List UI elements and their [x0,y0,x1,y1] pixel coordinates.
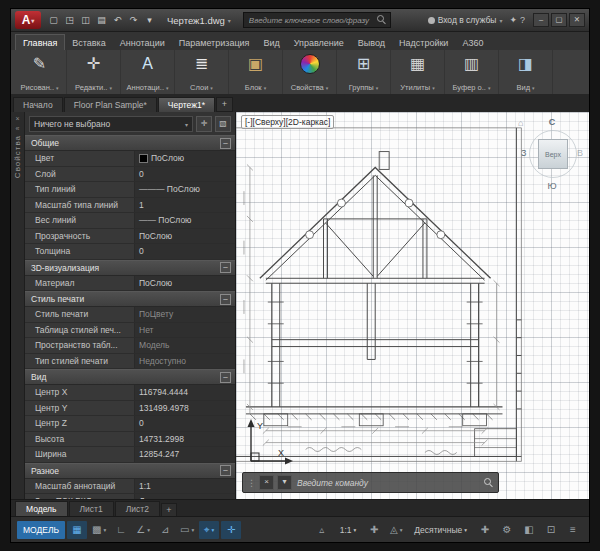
snap-toggle[interactable]: ▩▾ [89,521,109,539]
search-icon[interactable] [377,15,387,25]
qat-open-icon[interactable]: ◳ [62,13,77,28]
property-value[interactable]: 1 [135,198,235,213]
property-row[interactable]: Тип стилей печати Недоступно [25,354,235,370]
property-row[interactable]: Центр Z 0 [25,416,235,432]
property-value[interactable]: Модель [135,338,235,353]
toggle-pickadd-icon[interactable]: ✛ [196,116,212,132]
section-header[interactable]: Стиль печати – [25,291,235,307]
collapse-icon[interactable]: – [220,262,231,273]
command-input[interactable]: Введите команду [295,478,481,488]
qat-more-icon[interactable]: ▾ [142,13,157,28]
panel-clipboard[interactable]: ▥ Буфер о..▾ [445,50,499,94]
ribbon-tab[interactable]: Аннотации [113,35,172,50]
property-row[interactable]: Центр Y 131499.4978 [25,401,235,417]
close-icon[interactable]: × [259,475,274,490]
qat-plot-icon[interactable]: ▤ [94,13,109,28]
compass-south-label[interactable]: Ю [547,181,556,191]
property-row[interactable]: Материал ПоСлою [25,276,235,292]
property-row[interactable]: Масштаб типа линий 1 [25,198,235,214]
panel-layers[interactable]: ≣ Слои▾ [175,50,229,94]
osnap-toggle[interactable]: ⌖▾ [199,521,219,539]
polar-toggle[interactable]: ∠▾ [133,521,153,539]
viewcube[interactable]: ⌂ С З В Ю Верх [521,117,583,191]
drawing-area[interactable]: [-][Сверху][2D-каркас] ⌂ С З В Ю Верх Y [236,112,589,499]
annotation-scale-button[interactable]: 1:1▾ [334,521,363,539]
units-dropdown[interactable]: Десятичные▾ [408,521,473,539]
property-row[interactable]: Прозрачность ПоСлою [25,229,235,245]
minimize-button[interactable]: – [533,13,549,27]
layout-tab[interactable]: Лист1 [69,501,114,516]
ortho-toggle[interactable]: ∟▾ [111,521,131,539]
compass-east-label[interactable]: В [577,148,583,158]
palette-titlebar[interactable]: × « Свойства [11,112,25,499]
command-line[interactable]: ⋮ × ▾ Введите команду [242,472,499,493]
annotation-visibility-toggle[interactable]: ▵▾ [312,521,332,539]
app-menu-button[interactable]: A▾ [15,11,41,29]
grid-toggle[interactable]: ▦▾ [67,521,87,539]
ribbon-tab[interactable]: Параметризация [172,35,257,50]
section-header[interactable]: Разное – [25,463,235,479]
property-value[interactable]: Недоступно [135,354,235,369]
add-layout-button[interactable]: + [161,503,177,516]
layout-tab[interactable]: Лист2 [115,501,160,516]
property-value[interactable]: 14731.2998 [135,432,235,447]
property-value[interactable]: ПоЦвету [135,307,235,322]
new-tab-button[interactable]: + [216,97,233,112]
property-value[interactable]: ПоСлою [135,151,235,166]
collapse-icon[interactable]: – [220,372,231,383]
panel-annotation[interactable]: А Аннотаци..▾ [121,50,175,94]
property-row[interactable]: Высота 14731.2998 [25,432,235,448]
a360-icon[interactable]: ✦ [509,15,517,25]
property-row[interactable]: Масштаб аннотаций 1:1 [25,479,235,495]
compass-north-label[interactable]: С [549,117,556,127]
property-row[interactable]: Центр X 116794.4444 [25,385,235,401]
collapse-icon[interactable]: – [220,294,231,305]
viewcube-top-face[interactable]: Верх [538,139,568,169]
file-tab[interactable]: Чертеж1* [158,97,215,112]
viewport-controls[interactable]: [-][Сверху][2D-каркас] [241,115,334,129]
property-value[interactable]: 0 [135,167,235,182]
ribbon-tab[interactable]: Вывод [351,35,392,50]
property-row[interactable]: Вес линий —— ПоСлою [25,213,235,229]
panel-groups[interactable]: ⊞ Группы▾ [337,50,391,94]
property-value[interactable]: 12854.247 [135,447,235,462]
panel-properties[interactable]: Свойства▾ [283,50,337,94]
property-row[interactable]: Пространство табл... Модель [25,338,235,354]
selection-dropdown[interactable]: Ничего не выбрано ▾ [29,116,193,132]
quick-select-icon[interactable]: ▧ [215,116,231,132]
ribbon-tab[interactable]: Управление [287,35,351,50]
lineweight-toggle[interactable]: ▭▾ [177,521,197,539]
property-row[interactable]: Тип линий ——— ПоСлою [25,182,235,198]
property-value[interactable]: 0 [135,244,235,259]
help-icon[interactable]: ? [520,15,525,25]
section-header[interactable]: Вид – [25,369,235,385]
close-button[interactable]: ✕ [569,13,585,27]
panel-draw[interactable]: ✎ Рисован..▾ [13,50,67,94]
workspace-gear-button[interactable]: ⚙▾ [497,521,517,539]
compass-west-label[interactable]: З [521,148,526,158]
customize-icon[interactable]: ▾ [277,475,292,490]
property-value[interactable]: 131499.4978 [135,401,235,416]
property-row[interactable]: Толщина 0 [25,244,235,260]
property-value[interactable]: 0 [135,416,235,431]
collapse-icon[interactable]: – [220,465,231,476]
ribbon-tab[interactable]: Вид [256,35,286,50]
layout-tab[interactable]: Модель [15,501,68,516]
property-value[interactable]: Нет [135,323,235,338]
property-value[interactable]: —— ПоСлою [135,213,235,228]
section-header[interactable]: Общие – [25,135,235,151]
property-row[interactable]: Стиль печати ПоЦвету [25,307,235,323]
property-row[interactable]: Цвет ПоСлою [25,151,235,167]
isolate-objects-button[interactable]: ◧▾ [519,521,539,539]
property-value[interactable]: 116794.4444 [135,385,235,400]
command-search-icon[interactable] [484,478,494,488]
ribbon-tab[interactable]: Надстройки [392,35,455,50]
property-row[interactable]: Слой 0 [25,167,235,183]
quick-properties-toggle[interactable]: ✚▾ [475,521,495,539]
property-value[interactable]: ПоСлою [135,276,235,291]
close-icon[interactable]: × [15,115,19,122]
qat-redo-icon[interactable]: ↷ [126,13,141,28]
ribbon-tab[interactable]: Вставка [65,35,112,50]
qat-save-icon[interactable]: ◫ [78,13,93,28]
ribbon-tab[interactable]: A360 [455,35,490,50]
